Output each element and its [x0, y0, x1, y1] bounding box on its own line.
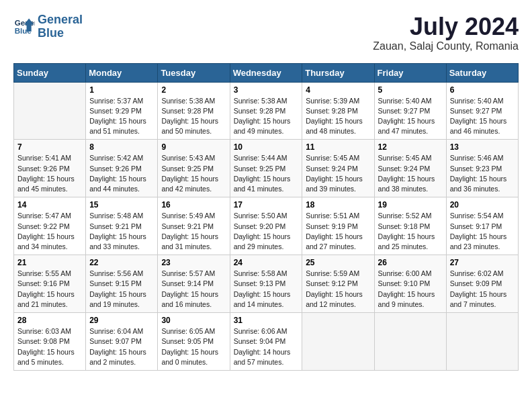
calendar-cell: 19Sunrise: 5:52 AMSunset: 9:18 PMDayligh… [374, 197, 446, 255]
day-info: Sunrise: 5:47 AMSunset: 9:22 PMDaylight:… [17, 211, 82, 252]
day-info: Sunrise: 6:04 AMSunset: 9:07 PMDaylight:… [89, 326, 154, 367]
day-info: Sunrise: 5:58 AMSunset: 9:13 PMDaylight:… [234, 269, 299, 310]
logo: General Blue General Blue [13, 13, 83, 40]
day-number: 31 [234, 316, 299, 325]
day-number: 14 [17, 200, 82, 210]
calendar-week-4: 21Sunrise: 5:55 AMSunset: 9:16 PMDayligh… [14, 255, 519, 313]
day-info: Sunrise: 5:48 AMSunset: 9:21 PMDaylight:… [89, 211, 154, 252]
day-number: 29 [89, 316, 154, 325]
day-info: Sunrise: 5:49 AMSunset: 9:21 PMDaylight:… [161, 211, 226, 252]
calendar-week-1: 1Sunrise: 5:37 AMSunset: 9:29 PMDaylight… [14, 82, 519, 140]
calendar-cell: 18Sunrise: 5:51 AMSunset: 9:19 PMDayligh… [302, 197, 374, 255]
day-number: 20 [450, 200, 515, 210]
day-info: Sunrise: 5:59 AMSunset: 9:12 PMDaylight:… [306, 269, 370, 310]
calendar-cell: 28Sunrise: 6:03 AMSunset: 9:08 PMDayligh… [14, 313, 86, 371]
calendar-cell: 27Sunrise: 6:02 AMSunset: 9:09 PMDayligh… [446, 255, 518, 313]
day-info: Sunrise: 6:05 AMSunset: 9:05 PMDaylight:… [161, 326, 226, 367]
calendar-week-5: 28Sunrise: 6:03 AMSunset: 9:08 PMDayligh… [14, 313, 519, 371]
calendar-cell: 3Sunrise: 5:38 AMSunset: 9:28 PMDaylight… [230, 82, 302, 140]
day-number: 25 [306, 258, 370, 267]
day-info: Sunrise: 5:50 AMSunset: 9:20 PMDaylight:… [234, 211, 299, 252]
calendar-cell: 12Sunrise: 5:45 AMSunset: 9:24 PMDayligh… [374, 140, 446, 197]
day-info: Sunrise: 5:57 AMSunset: 9:14 PMDaylight:… [161, 269, 226, 310]
calendar-cell [446, 313, 518, 371]
calendar-cell: 21Sunrise: 5:55 AMSunset: 9:16 PMDayligh… [14, 255, 86, 313]
day-number: 8 [89, 142, 154, 152]
day-info: Sunrise: 5:55 AMSunset: 9:16 PMDaylight:… [17, 269, 82, 310]
day-number: 12 [378, 142, 443, 152]
day-info: Sunrise: 5:45 AMSunset: 9:24 PMDaylight:… [306, 153, 370, 194]
day-number: 2 [161, 85, 226, 95]
day-info: Sunrise: 5:51 AMSunset: 9:19 PMDaylight:… [306, 211, 370, 252]
day-number: 16 [161, 200, 226, 210]
day-info: Sunrise: 5:44 AMSunset: 9:25 PMDaylight:… [234, 153, 299, 194]
day-info: Sunrise: 5:42 AMSunset: 9:26 PMDaylight:… [89, 153, 154, 194]
calendar-cell: 16Sunrise: 5:49 AMSunset: 9:21 PMDayligh… [158, 197, 230, 255]
day-number: 13 [450, 142, 515, 152]
header-sunday: Sunday [14, 63, 86, 82]
header-monday: Monday [86, 63, 158, 82]
day-info: Sunrise: 5:37 AMSunset: 9:29 PMDaylight:… [89, 96, 154, 137]
calendar-cell: 14Sunrise: 5:47 AMSunset: 9:22 PMDayligh… [14, 197, 86, 255]
calendar-cell: 31Sunrise: 6:06 AMSunset: 9:04 PMDayligh… [230, 313, 302, 371]
calendar-cell: 22Sunrise: 5:56 AMSunset: 9:15 PMDayligh… [86, 255, 158, 313]
day-info: Sunrise: 5:41 AMSunset: 9:26 PMDaylight:… [17, 153, 82, 194]
day-info: Sunrise: 5:45 AMSunset: 9:24 PMDaylight:… [378, 153, 443, 194]
day-number: 27 [450, 258, 515, 267]
day-info: Sunrise: 5:39 AMSunset: 9:28 PMDaylight:… [306, 96, 370, 137]
calendar-cell [374, 313, 446, 371]
day-number: 24 [234, 258, 299, 267]
day-info: Sunrise: 5:46 AMSunset: 9:23 PMDaylight:… [450, 153, 515, 194]
day-info: Sunrise: 5:52 AMSunset: 9:18 PMDaylight:… [378, 211, 443, 252]
calendar-cell: 8Sunrise: 5:42 AMSunset: 9:26 PMDaylight… [86, 140, 158, 197]
day-info: Sunrise: 6:06 AMSunset: 9:04 PMDaylight:… [234, 326, 299, 367]
day-info: Sunrise: 6:00 AMSunset: 9:10 PMDaylight:… [378, 269, 443, 310]
day-info: Sunrise: 6:03 AMSunset: 9:08 PMDaylight:… [17, 326, 82, 367]
day-info: Sunrise: 5:40 AMSunset: 9:27 PMDaylight:… [378, 96, 443, 137]
calendar-cell: 26Sunrise: 6:00 AMSunset: 9:10 PMDayligh… [374, 255, 446, 313]
calendar-cell: 13Sunrise: 5:46 AMSunset: 9:23 PMDayligh… [446, 140, 518, 197]
calendar-cell: 10Sunrise: 5:44 AMSunset: 9:25 PMDayligh… [230, 140, 302, 197]
day-number: 30 [161, 316, 226, 325]
logo-text-line1: General [38, 13, 83, 27]
day-info: Sunrise: 5:43 AMSunset: 9:25 PMDaylight:… [161, 153, 226, 194]
day-number: 6 [450, 85, 515, 95]
calendar-cell: 2Sunrise: 5:38 AMSunset: 9:28 PMDaylight… [158, 82, 230, 140]
day-number: 1 [89, 85, 154, 95]
day-number: 4 [306, 85, 370, 95]
month-title: July 2024 [373, 13, 519, 40]
day-number: 21 [17, 258, 82, 267]
logo-text-line2: Blue [38, 27, 83, 40]
day-number: 26 [378, 258, 443, 267]
location-title: Zauan, Salaj County, Romania [373, 40, 519, 52]
calendar-cell: 24Sunrise: 5:58 AMSunset: 9:13 PMDayligh… [230, 255, 302, 313]
calendar-cell: 23Sunrise: 5:57 AMSunset: 9:14 PMDayligh… [158, 255, 230, 313]
header-tuesday: Tuesday [158, 63, 230, 82]
day-info: Sunrise: 5:56 AMSunset: 9:15 PMDaylight:… [89, 269, 154, 310]
calendar-cell: 11Sunrise: 5:45 AMSunset: 9:24 PMDayligh… [302, 140, 374, 197]
calendar-cell: 4Sunrise: 5:39 AMSunset: 9:28 PMDaylight… [302, 82, 374, 140]
header-thursday: Thursday [302, 63, 374, 82]
calendar-header-row: SundayMondayTuesdayWednesdayThursdayFrid… [14, 63, 519, 82]
header-wednesday: Wednesday [230, 63, 302, 82]
calendar-week-3: 14Sunrise: 5:47 AMSunset: 9:22 PMDayligh… [14, 197, 519, 255]
day-number: 19 [378, 200, 443, 210]
calendar-cell: 30Sunrise: 6:05 AMSunset: 9:05 PMDayligh… [158, 313, 230, 371]
calendar-cell: 20Sunrise: 5:54 AMSunset: 9:17 PMDayligh… [446, 197, 518, 255]
header-saturday: Saturday [446, 63, 518, 82]
day-number: 5 [378, 85, 443, 95]
calendar-cell: 9Sunrise: 5:43 AMSunset: 9:25 PMDaylight… [158, 140, 230, 197]
day-info: Sunrise: 6:02 AMSunset: 9:09 PMDaylight:… [450, 269, 515, 310]
page-header: General Blue General Blue July 2024 Zaua… [13, 13, 519, 52]
calendar-week-2: 7Sunrise: 5:41 AMSunset: 9:26 PMDaylight… [14, 140, 519, 197]
calendar-cell: 1Sunrise: 5:37 AMSunset: 9:29 PMDaylight… [86, 82, 158, 140]
day-number: 11 [306, 142, 370, 152]
header-friday: Friday [374, 63, 446, 82]
calendar-cell: 7Sunrise: 5:41 AMSunset: 9:26 PMDaylight… [14, 140, 86, 197]
day-info: Sunrise: 5:38 AMSunset: 9:28 PMDaylight:… [234, 96, 299, 137]
day-info: Sunrise: 5:40 AMSunset: 9:27 PMDaylight:… [450, 96, 515, 137]
title-block: July 2024 Zauan, Salaj County, Romania [373, 13, 519, 52]
day-number: 23 [161, 258, 226, 267]
day-number: 17 [234, 200, 299, 210]
calendar-cell [14, 82, 86, 140]
